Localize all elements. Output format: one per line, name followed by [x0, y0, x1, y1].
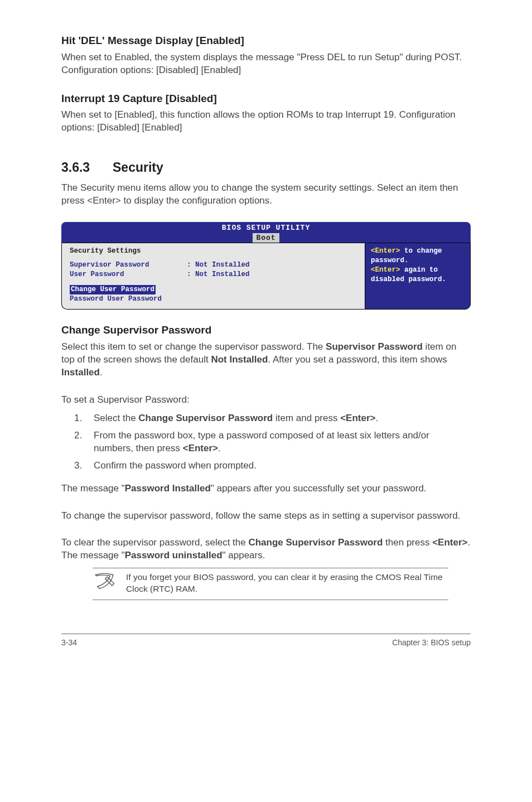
note-text: If you forget your BIOS password, you ca… — [126, 572, 448, 595]
text-fragment: . — [100, 367, 103, 378]
page-footer: 3-34 Chapter 3: BIOS setup — [61, 634, 471, 648]
text-fragment: item and press — [273, 413, 340, 423]
text-bold: Change Supervisor Password — [248, 537, 383, 548]
bios-row-value: : Not Installed — [187, 260, 250, 270]
step-item: Confirm the password when prompted. — [85, 460, 471, 472]
heading-security: 3.6.3Security — [61, 159, 471, 176]
bios-row-label: Supervisor Password — [70, 260, 187, 270]
paragraph-hit-del: When set to Enabled, the system displays… — [61, 51, 471, 77]
bios-help-panel: <Enter> to change password. <Enter> agai… — [365, 243, 471, 310]
heading-hit-del: Hit 'DEL' Message Display [Enabled] — [61, 33, 471, 48]
bios-left-panel: Security Settings Supervisor Password : … — [61, 243, 365, 310]
bios-row-supervisor: Supervisor Password : Not Installed — [70, 260, 357, 270]
text-bold: Change Supervisor Password — [138, 413, 273, 423]
text-bold: Password Installed — [125, 483, 211, 494]
bios-help-text: password. — [371, 256, 465, 265]
note-box: If you forget your BIOS password, you ca… — [93, 568, 448, 600]
step-item: Select the Change Supervisor Password it… — [85, 412, 471, 425]
paragraph-clear-password: To clear the supervisor password, select… — [61, 537, 471, 562]
text-fragment: " appears. — [223, 550, 265, 561]
pencil-icon — [93, 572, 116, 595]
text-bold: <Enter> — [432, 537, 467, 548]
bios-row-user: User Password : Not Installed — [70, 270, 357, 279]
text-bold: Installed — [61, 367, 100, 378]
bios-selected-item: Change User Password — [70, 285, 156, 294]
bios-row-label: User Password — [70, 270, 187, 279]
text-fragment: . After you set a password, this item sh… — [268, 354, 447, 365]
text-fragment: The message " — [61, 483, 125, 494]
paragraph-to-set: To set a Supervisor Password: — [61, 394, 471, 407]
text-fragment: " appears after you successfully set you… — [211, 483, 427, 494]
bios-help-key: <Enter> — [371, 266, 400, 274]
heading-change-supervisor: Change Supervisor Password — [61, 323, 471, 337]
text-fragment: Select this item to set or change the su… — [61, 341, 326, 352]
paragraph-change-supervisor: Select this item to set or change the su… — [61, 341, 471, 379]
text-fragment: Select the — [94, 413, 138, 423]
text-bold: Not Installed — [211, 354, 268, 365]
paragraph-password-installed: The message "Password Installed" appears… — [61, 482, 471, 495]
bios-help-text: to change — [400, 247, 442, 255]
heading-title: Security — [113, 160, 163, 175]
heading-number: 3.6.3 — [61, 159, 113, 176]
text-fragment: From the password box, type a password c… — [94, 430, 429, 453]
paragraph-interrupt19: When set to [Enabled], this function all… — [61, 109, 471, 134]
bios-header-title: BIOS SETUP UTILITY — [222, 224, 310, 232]
bios-panel-title: Security Settings — [70, 247, 357, 256]
heading-interrupt19: Interrupt 19 Capture [Disabled] — [61, 91, 471, 106]
bios-help-key: <Enter> — [371, 247, 400, 255]
chapter-label: Chapter 3: BIOS setup — [392, 637, 471, 648]
text-bold: Password uninstalled — [125, 550, 223, 561]
text-fragment: then press — [383, 537, 432, 548]
steps-list: Select the Change Supervisor Password it… — [61, 412, 471, 472]
step-item: From the password box, type a password c… — [85, 429, 471, 455]
bios-row-value: : Not Installed — [187, 270, 250, 279]
bios-below-selected: Password User Password — [70, 295, 162, 303]
page-number: 3-34 — [61, 637, 77, 648]
bios-help-text: again to — [400, 266, 438, 274]
text-fragment: . — [376, 413, 379, 423]
bios-screenshot: BIOS SETUP UTILITY Boot Security Setting… — [61, 222, 471, 310]
bios-help-text: disabled password. — [371, 275, 465, 284]
text-bold: <Enter> — [340, 413, 375, 423]
text-fragment: . — [218, 443, 221, 453]
paragraph-security-intro: The Security menu items allow you to cha… — [61, 182, 471, 207]
text-fragment: To clear the supervisor password, select… — [61, 537, 248, 548]
paragraph-change-same-steps: To change the supervisor password, follo… — [61, 510, 471, 523]
text-bold: Supervisor Password — [326, 341, 423, 352]
bios-header: BIOS SETUP UTILITY Boot — [61, 222, 471, 243]
text-bold: <Enter> — [183, 443, 218, 453]
bios-tab-boot: Boot — [253, 233, 279, 243]
